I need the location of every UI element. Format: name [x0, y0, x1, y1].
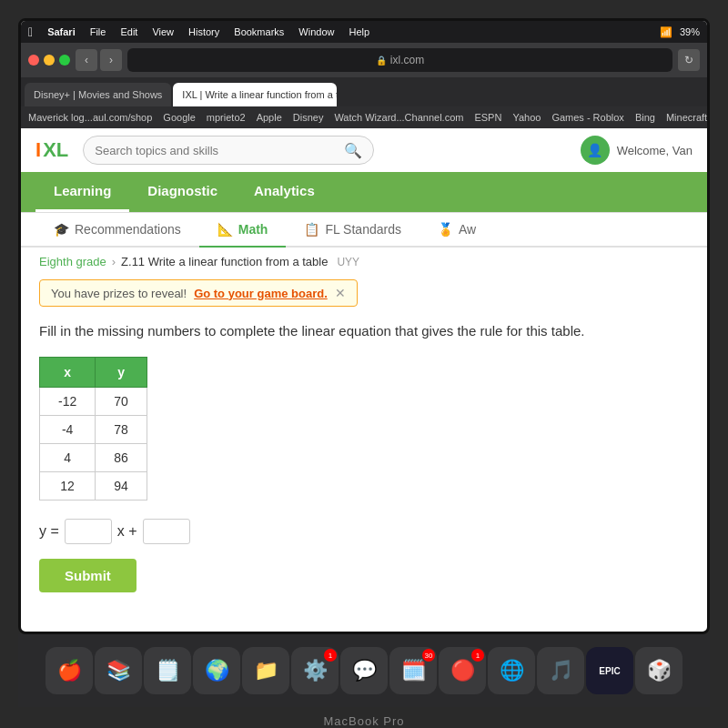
- ixl-page: I XL 🔍 👤 Welcome, Van Learning Dia: [21, 128, 707, 610]
- table-cell-r1-c1: 78: [96, 415, 147, 443]
- breadcrumb-skill: Z.11 Write a linear function from a tabl…: [121, 255, 328, 268]
- edit-menu-item[interactable]: Edit: [120, 26, 137, 37]
- dock-books[interactable]: 📚: [95, 647, 142, 694]
- bookmark-yahoo[interactable]: Yahoo: [512, 112, 541, 123]
- dock-messages[interactable]: 💬: [340, 647, 388, 694]
- bookmarks-menu-item[interactable]: Bookmarks: [234, 26, 284, 37]
- prize-link[interactable]: Go to your game board.: [194, 287, 328, 300]
- breadcrumb-separator: ›: [112, 255, 116, 268]
- bookmarks-bar: Maverick log...aul.com/shop Google mprie…: [21, 106, 707, 128]
- nav-analytics[interactable]: Analytics: [236, 172, 333, 212]
- tab-math[interactable]: 📐 Math: [199, 213, 287, 248]
- ixl-search-bar[interactable]: 🔍: [83, 136, 374, 165]
- refresh-button[interactable]: ↻: [678, 49, 700, 71]
- menubar-right: 📶 39%: [660, 26, 700, 38]
- dock: 🍎 📚 🗒️ 🌍 📁 ⚙️ 1 💬 🗓️ 30 🔴 1 🌐 🎵 EPIC 🎲: [18, 634, 710, 707]
- table-cell-r2-c0: 4: [40, 443, 96, 471]
- dock-settings[interactable]: ⚙️ 1: [291, 647, 339, 694]
- tab-ixl[interactable]: IXL | Write a linear function from a tab…: [173, 83, 337, 106]
- submit-button[interactable]: Submit: [39, 559, 136, 592]
- dock-safari[interactable]: 🌐: [488, 647, 535, 694]
- nav-learning[interactable]: Learning: [35, 172, 129, 212]
- macos-menubar:  Safari Disney+ | Movies and Shows File…: [21, 21, 707, 43]
- ixl-user-area: 👤 Welcome, Van: [581, 136, 693, 165]
- equation-row: y = x +: [39, 519, 689, 544]
- fl-icon: 📋: [304, 222, 319, 237]
- dock-news[interactable]: 🔴 1: [439, 647, 486, 694]
- history-menu-item[interactable]: History: [188, 26, 219, 37]
- nav-buttons: ‹ ›: [76, 49, 122, 71]
- dock-calendar[interactable]: 🗓️ 30: [389, 647, 437, 694]
- coefficient-input[interactable]: [65, 519, 112, 544]
- bookmark-disney[interactable]: Disney: [293, 112, 324, 123]
- ixl-logo: I XL: [35, 138, 68, 162]
- url-display: ixl.com: [390, 54, 424, 66]
- bookmark-watchw[interactable]: Watch Wizard...Channel.com: [334, 112, 463, 123]
- dock-photos[interactable]: 🌍: [193, 647, 240, 694]
- bookmark-apple[interactable]: Apple: [257, 112, 282, 123]
- safari-menu[interactable]: Safari: [47, 26, 76, 37]
- nav-diagnostic[interactable]: Diagnostic: [129, 172, 236, 212]
- prize-close-button[interactable]: ✕: [335, 286, 346, 300]
- tab-awards[interactable]: 🏅 Aw: [420, 213, 494, 248]
- tab-bar: Disney+ | Movies and Shows IXL | Write a…: [21, 77, 707, 106]
- prize-text: You have prizes to reveal!: [51, 287, 187, 300]
- welcome-text: Welcome, Van: [617, 144, 693, 157]
- help-menu-item[interactable]: Help: [349, 26, 369, 37]
- logo-i: I: [35, 138, 41, 162]
- dock-epic[interactable]: EPIC: [586, 647, 633, 694]
- table-cell-r0-c0: -12: [40, 387, 96, 415]
- bookmark-google[interactable]: Google: [163, 112, 195, 123]
- minimize-window-button[interactable]: [44, 55, 55, 66]
- window-menu-item[interactable]: Window: [298, 26, 334, 37]
- apple-menu[interactable]: : [28, 25, 33, 39]
- view-menu-item[interactable]: View: [152, 26, 174, 37]
- close-window-button[interactable]: [28, 55, 39, 66]
- tab-disney[interactable]: Disney+ | Movies and Shows: [25, 83, 171, 106]
- prize-banner: You have prizes to reveal! Go to your ga…: [39, 279, 358, 307]
- dock-files[interactable]: 📁: [242, 647, 289, 694]
- bookmark-espn[interactable]: ESPN: [474, 112, 501, 123]
- maximize-window-button[interactable]: [59, 55, 70, 66]
- dock-games[interactable]: 🎲: [635, 647, 682, 694]
- bookmark-mprieto[interactable]: mprieto2: [207, 112, 246, 123]
- tab-label-active: IXL | Write a linear function from a tab…: [182, 89, 337, 100]
- back-button[interactable]: ‹: [76, 49, 97, 71]
- tab-recommendations[interactable]: 🎓 Recommendations: [35, 213, 199, 248]
- table-cell-r3-c0: 12: [40, 471, 96, 500]
- breadcrumb-grade[interactable]: Eighth grade: [39, 255, 106, 268]
- tab-awards-label: Aw: [459, 222, 476, 237]
- equation-prefix: y =: [39, 523, 59, 540]
- forward-button[interactable]: ›: [100, 49, 122, 71]
- content-area: Fill in the missing numbers to complete …: [21, 310, 707, 603]
- tab-label: Disney+ | Movies and Shows: [34, 89, 162, 100]
- skill-tag: UYY: [337, 256, 359, 268]
- table-cell-r1-c0: -4: [40, 415, 96, 443]
- tab-math-label: Math: [238, 222, 268, 237]
- bookmark-bing[interactable]: Bing: [635, 112, 655, 123]
- math-icon: 📐: [217, 222, 233, 237]
- constant-input[interactable]: [143, 519, 190, 544]
- sub-tabs: 🎓 Recommendations 📐 Math 📋 FL Standards …: [21, 213, 707, 248]
- search-input[interactable]: [95, 144, 337, 157]
- tab-fl-standards[interactable]: 📋 FL Standards: [286, 213, 420, 248]
- address-bar[interactable]: 🔒 ixl.com: [127, 48, 672, 72]
- traffic-lights: [28, 55, 70, 66]
- tab-recommendations-label: Recommendations: [75, 222, 181, 237]
- calendar-badge: 30: [422, 649, 435, 662]
- col-y-header: y: [96, 357, 147, 387]
- table-cell-r2-c1: 86: [96, 443, 147, 471]
- user-avatar[interactable]: 👤: [581, 136, 610, 165]
- dock-notes[interactable]: 🗒️: [144, 647, 191, 694]
- tab-fl-label: FL Standards: [325, 222, 401, 237]
- dock-music[interactable]: 🎵: [537, 647, 584, 694]
- battery-indicator: 39%: [680, 26, 700, 37]
- dock-finder[interactable]: 🍎: [46, 647, 93, 694]
- wifi-icon: 📶: [660, 26, 672, 38]
- browser-chrome: ‹ › 🔒 ixl.com ↻ Disney+ | Movies and Sho…: [21, 43, 707, 128]
- logo-xl: XL: [43, 138, 68, 162]
- bookmark-roblox[interactable]: Games - Roblox: [551, 112, 623, 123]
- file-menu-item[interactable]: File: [90, 26, 106, 37]
- bookmark-maverick[interactable]: Maverick log...aul.com/shop: [28, 112, 152, 123]
- bookmark-mc[interactable]: Minecraft.msi.exe: [666, 112, 707, 123]
